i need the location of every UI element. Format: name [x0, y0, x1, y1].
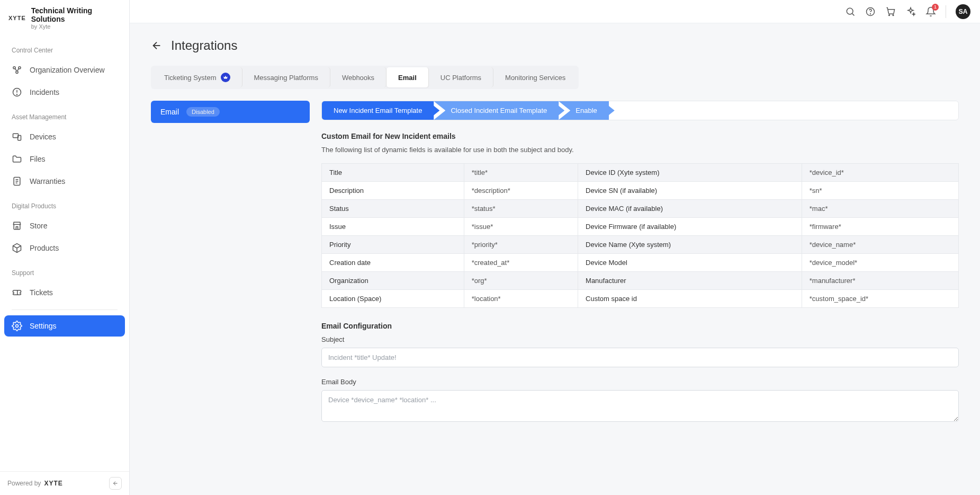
field-label: Device Name (Xyte system)	[578, 236, 802, 254]
subject-label: Subject	[321, 335, 959, 343]
sidebar: XYTE Technical Writing Solutions by Xyte…	[0, 0, 130, 495]
status-pill: Disabled	[186, 107, 220, 117]
field-token: *location*	[464, 290, 578, 308]
sidebar-item-products[interactable]: Products	[4, 237, 125, 259]
help-icon[interactable]	[865, 6, 876, 17]
page-header: Integrations	[151, 38, 959, 53]
avatar[interactable]: SA	[956, 4, 970, 19]
sidebar-item-organization-overview[interactable]: Organization Overview	[4, 59, 125, 81]
table-row: Description*description*Device SN (if av…	[322, 182, 959, 200]
doc-icon	[12, 176, 22, 187]
sub-tab-label: Email	[160, 108, 179, 116]
sidebar-item-label: Files	[30, 155, 46, 163]
sidebar-item-label: Products	[30, 244, 59, 252]
gear-icon	[12, 321, 22, 331]
field-token: *device_name*	[802, 236, 958, 254]
dynamic-fields-table: Title*title*Device ID (Xyte system)*devi…	[321, 163, 959, 308]
alert-icon	[12, 87, 22, 98]
field-token: *device_model*	[802, 254, 958, 272]
table-row: Title*title*Device ID (Xyte system)*devi…	[322, 164, 959, 182]
sparkle-icon[interactable]	[905, 6, 916, 17]
field-token: *custom_space_id*	[802, 290, 958, 308]
sidebar-item-tickets[interactable]: Tickets	[4, 282, 125, 303]
sidebar-item-incidents[interactable]: Incidents	[4, 82, 125, 103]
field-token: *mac*	[802, 200, 958, 218]
back-button[interactable]	[151, 40, 163, 51]
tab-email[interactable]: Email	[386, 67, 429, 87]
sidebar-item-warranties[interactable]: Warranties	[4, 171, 125, 192]
field-label: Title	[322, 164, 464, 182]
sidebar-item-devices[interactable]: Devices	[4, 126, 125, 147]
field-token: *manufacturer*	[802, 272, 958, 290]
page-title: Integrations	[171, 38, 237, 53]
nav-heading: Control Center	[4, 43, 125, 59]
brand-logo: XYTE	[8, 15, 26, 21]
cart-icon[interactable]	[885, 6, 896, 17]
org-icon	[12, 65, 22, 75]
svg-point-8	[16, 325, 19, 328]
sidebar-item-label: Devices	[30, 132, 56, 141]
brand-block: XYTE Technical Writing Solutions by Xyte	[0, 0, 129, 36]
field-label: Description	[322, 182, 464, 200]
field-token: *org*	[464, 272, 578, 290]
field-label: Manufacturer	[578, 272, 802, 290]
tab-ticketing-system[interactable]: Ticketing System	[152, 67, 242, 87]
table-row: Issue*issue*Device Firmware (if availabl…	[322, 218, 959, 236]
svg-point-13	[893, 14, 894, 15]
field-token: *priority*	[464, 236, 578, 254]
subject-input[interactable]	[321, 348, 959, 367]
table-row: Priority*priority*Device Name (Xyte syst…	[322, 236, 959, 254]
field-label: Organization	[322, 272, 464, 290]
sub-tab-email[interactable]: Email Disabled	[151, 101, 310, 123]
sidebar-item-label: Settings	[30, 322, 57, 330]
collapse-sidebar-button[interactable]	[109, 477, 122, 490]
tab-monitoring-services[interactable]: Monitoring Services	[493, 67, 577, 87]
sidebar-footer: Powered by XYTE	[0, 471, 129, 495]
body-textarea[interactable]	[321, 390, 959, 422]
powered-by-logo: XYTE	[44, 480, 62, 487]
field-label: Device ID (Xyte system)	[578, 164, 802, 182]
field-token: *firmware*	[802, 218, 958, 236]
divider	[12, 310, 118, 310]
field-label: Device Model	[578, 254, 802, 272]
field-label: Device Firmware (if available)	[578, 218, 802, 236]
sidebar-item-label: Organization Overview	[30, 66, 105, 74]
folder-icon	[12, 154, 22, 164]
powered-by-text: Powered by	[7, 480, 41, 487]
email-config-heading: Email Configuration	[321, 322, 959, 330]
sidebar-item-label: Incidents	[30, 88, 59, 96]
table-row: Organization*org*Manufacturer*manufactur…	[322, 272, 959, 290]
bell-icon[interactable]: 1	[925, 6, 936, 17]
field-token: *device_id*	[802, 164, 958, 182]
field-label: Location (Space)	[322, 290, 464, 308]
tab-uc-platforms[interactable]: UC Platforms	[429, 67, 493, 87]
brand-subtitle: by Xyte	[31, 23, 121, 30]
body-label: Email Body	[321, 378, 959, 386]
field-label: Issue	[322, 218, 464, 236]
wizard-steps: New Incident Email Template Closed Incid…	[321, 101, 959, 120]
field-label: Device SN (if available)	[578, 182, 802, 200]
table-row: Location (Space)*location*Custom space i…	[322, 290, 959, 308]
field-label: Creation date	[322, 254, 464, 272]
sidebar-item-settings[interactable]: Settings	[4, 315, 125, 337]
tab-messaging-platforms[interactable]: Messaging Platforms	[242, 67, 330, 87]
sidebar-item-label: Store	[30, 222, 47, 230]
tab-webhooks[interactable]: Webhooks	[330, 67, 386, 87]
field-label: Status	[322, 200, 464, 218]
step-new-incident[interactable]: New Incident Email Template	[322, 101, 434, 120]
section-desc: The following list of dynamic fields is …	[321, 146, 959, 154]
table-row: Status*status*Device MAC (if available)*…	[322, 200, 959, 218]
search-icon[interactable]	[845, 6, 856, 17]
field-token: *status*	[464, 200, 578, 218]
svg-point-9	[847, 8, 853, 14]
step-closed-incident[interactable]: Closed Incident Email Template	[434, 101, 559, 120]
step-enable[interactable]: Enable	[559, 101, 608, 120]
svg-point-4	[17, 94, 17, 95]
sidebar-item-store[interactable]: Store	[4, 215, 125, 236]
store-icon	[12, 220, 22, 231]
sidebar-item-label: Tickets	[30, 288, 53, 297]
devices-icon	[12, 131, 22, 142]
field-label: Priority	[322, 236, 464, 254]
divider	[946, 5, 946, 18]
sidebar-item-files[interactable]: Files	[4, 148, 125, 170]
